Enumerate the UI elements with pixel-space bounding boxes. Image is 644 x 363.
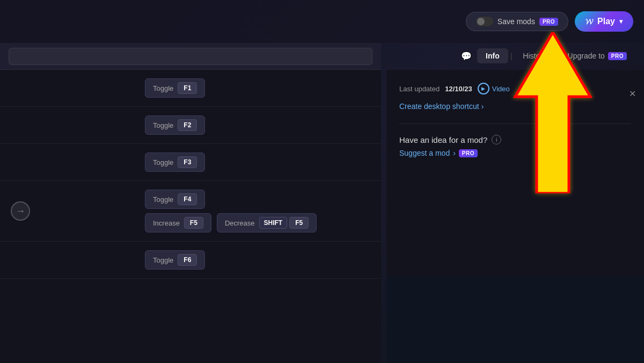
divider-1 [399, 124, 631, 124]
video-label: Video [492, 85, 510, 93]
tab-upgrade-label: Upgrade to [568, 52, 605, 60]
idea-section: Have an idea for a mod? i Suggest a mod … [399, 135, 631, 157]
left-panel: Toggle F1 Toggle F2 Toggle F3 → [0, 70, 381, 363]
save-mods-toggle[interactable] [476, 17, 493, 26]
play-icon: 𝓦 [586, 17, 593, 26]
suggest-pro-badge: PRO [459, 149, 478, 157]
toggle-f1-label: Toggle [153, 84, 173, 92]
toggle-f1-button[interactable]: Toggle F1 [145, 78, 205, 98]
f4-key-tag: F4 [178, 193, 197, 205]
create-shortcut-link[interactable]: Create desktop shortcut › [399, 102, 631, 111]
last-updated-row: Last updated 12/10/23 ▶ Video [399, 83, 631, 95]
increase-f5-key-tag: F5 [184, 217, 203, 229]
circle-arrow-icon[interactable]: → [11, 201, 30, 221]
mod-row-f6: Toggle F6 [0, 242, 381, 279]
info-i: i [496, 136, 497, 143]
tab-info-label: Info [486, 52, 500, 60]
info-icon: i [492, 135, 501, 144]
toggle-f6-label: Toggle [153, 256, 173, 264]
mod-row-f2: Toggle F2 [0, 107, 381, 144]
idea-title: Have an idea for a mod? i [399, 135, 631, 144]
create-shortcut-label: Create desktop shortcut [399, 102, 479, 111]
play-button[interactable]: 𝓦 Play ▾ [575, 11, 633, 32]
suggest-label: Suggest a mod [399, 149, 450, 157]
decrease-label: Decrease [225, 219, 255, 227]
arrow-right-icon: › [481, 102, 484, 111]
mod-row-f6-inner: Toggle F6 [145, 250, 205, 270]
bottom-right-area [386, 277, 644, 363]
upgrade-pro-badge: PRO [608, 52, 627, 60]
f1-key-tag: F1 [178, 82, 197, 94]
toggle-f3-button[interactable]: Toggle F3 [145, 153, 205, 172]
tab-separator-2: | [557, 52, 559, 60]
play-circle-icon: ▶ [478, 83, 489, 95]
mod-row-f4-group: → Toggle F4 Increase F5 Decrease SHIFT F… [0, 181, 381, 242]
chat-icon: 💬 [461, 51, 472, 61]
mod-row-f3-inner: Toggle F3 [145, 153, 205, 172]
mod-row-f1: Toggle F1 [0, 70, 381, 107]
toggle-f3-label: Toggle [153, 158, 173, 166]
suggest-arrow-icon: › [453, 149, 456, 157]
mod-row-f1-inner: Toggle F1 [145, 78, 205, 98]
toggle-f4-label: Toggle [153, 195, 173, 204]
f2-key-tag: F2 [178, 119, 197, 131]
chat-icon-button[interactable]: 💬 [458, 47, 475, 64]
suggest-mod-link[interactable]: Suggest a mod › PRO [399, 149, 631, 157]
toggle-f2-button[interactable]: Toggle F2 [145, 115, 205, 135]
toggle-f2-label: Toggle [153, 121, 173, 129]
idea-title-text: Have an idea for a mod? [399, 135, 487, 144]
increase-decrease-row: Increase F5 Decrease SHIFT F5 [145, 213, 317, 233]
mod-row-f4-inner: Toggle F4 [145, 190, 205, 209]
f6-key-tag: F6 [178, 254, 197, 266]
save-mods-pro-badge: PRO [539, 18, 558, 26]
last-updated-prefix: Last updated [399, 85, 440, 93]
tab-upgrade[interactable]: Upgrade to PRO [561, 48, 633, 63]
search-bar-area [0, 43, 381, 70]
f3-key-tag: F3 [178, 156, 197, 168]
close-icon: ✕ [629, 89, 636, 99]
toggle-f6-button[interactable]: Toggle F6 [145, 250, 205, 270]
save-mods-label: Save mods [497, 17, 535, 26]
decrease-f5-key-tag: F5 [289, 217, 309, 229]
tab-history[interactable]: History [514, 48, 555, 63]
mod-row-f2-inner: Toggle F2 [145, 115, 205, 135]
increase-f5-button[interactable]: Increase F5 [145, 213, 211, 233]
decrease-shift-f5-button[interactable]: Decrease SHIFT F5 [217, 213, 317, 233]
shift-key-tag: SHIFT [259, 217, 288, 229]
tab-info[interactable]: Info [477, 48, 508, 63]
toggle-f4-button[interactable]: Toggle F4 [145, 190, 205, 209]
tab-history-label: History [523, 52, 546, 60]
close-button[interactable]: ✕ [625, 86, 640, 101]
mod-row-f3: Toggle F3 [0, 144, 381, 181]
save-mods-button[interactable]: Save mods PRO [466, 12, 568, 31]
search-input[interactable] [9, 48, 372, 65]
tab-separator-1: | [510, 52, 513, 60]
video-button[interactable]: ▶ Video [478, 83, 510, 95]
chevron-down-icon: ▾ [619, 18, 623, 25]
increase-label: Increase [153, 219, 180, 227]
tab-bar: 💬 Info | History | Upgrade to PRO [447, 43, 644, 69]
right-arrow-icon: → [16, 206, 25, 217]
play-label: Play [597, 17, 615, 26]
last-updated-date: 12/10/23 [445, 85, 472, 93]
top-bar: Save mods PRO 𝓦 Play ▾ [0, 0, 644, 43]
